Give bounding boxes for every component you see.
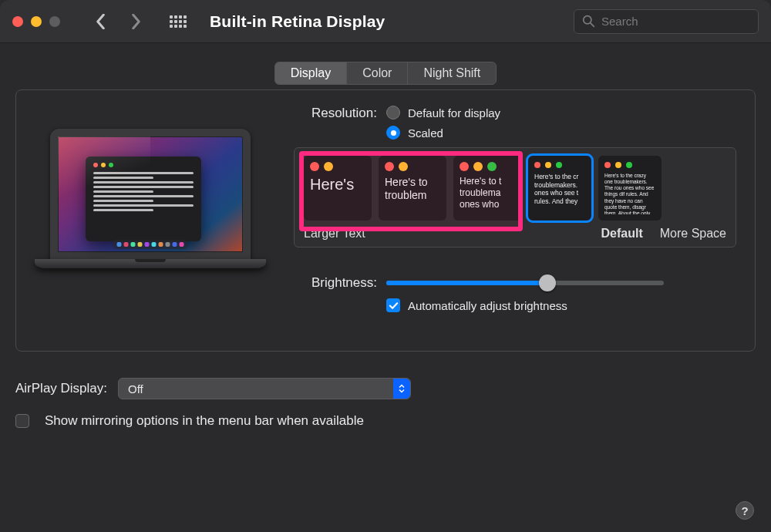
airplay-select[interactable]: Off bbox=[118, 378, 411, 399]
brightness-label: Brightness: bbox=[294, 275, 386, 291]
back-button[interactable] bbox=[89, 11, 111, 32]
titlebar: Built-in Retina Display bbox=[0, 0, 771, 43]
caption-default: Default bbox=[601, 227, 643, 241]
search-input[interactable] bbox=[601, 15, 750, 28]
resolution-label: Resolution: bbox=[294, 106, 386, 121]
auto-brightness-label: Automatically adjust brightness bbox=[408, 299, 567, 312]
thumb-text: Here's to the crazy one troublemakers. T… bbox=[604, 173, 655, 214]
tab-night-shift[interactable]: Night Shift bbox=[408, 62, 496, 84]
search-icon bbox=[582, 15, 595, 28]
resolution-picker: Here's Here's to troublem Here's to t tr… bbox=[294, 147, 736, 247]
tab-bar: Display Color Night Shift bbox=[15, 62, 756, 85]
display-settings: Resolution: Default for display Scaled bbox=[294, 106, 736, 320]
caption-larger-text: Larger Text bbox=[304, 227, 365, 241]
close-window-button[interactable] bbox=[12, 16, 23, 27]
radio-default-label: Default for display bbox=[408, 106, 500, 120]
show-all-icon[interactable] bbox=[170, 15, 187, 28]
mirroring-checkbox[interactable] bbox=[15, 414, 29, 428]
resolution-option-1[interactable]: Here's bbox=[304, 156, 372, 221]
svg-line-1 bbox=[591, 23, 594, 26]
svg-point-0 bbox=[584, 16, 591, 24]
thumb-text: Here's bbox=[310, 176, 365, 194]
auto-brightness-checkbox[interactable] bbox=[386, 298, 400, 312]
resolution-option-5[interactable]: Here's to the crazy one troublemakers. T… bbox=[598, 156, 662, 221]
select-stepper-icon bbox=[393, 379, 410, 399]
minimize-window-button[interactable] bbox=[31, 16, 42, 27]
search-field[interactable] bbox=[574, 9, 759, 34]
caption-more-space: More Space bbox=[660, 227, 726, 241]
help-button[interactable]: ? bbox=[736, 501, 754, 520]
content: Display Color Night Shift bbox=[0, 43, 771, 532]
brightness-knob[interactable] bbox=[539, 274, 556, 291]
forward-button[interactable] bbox=[125, 11, 146, 32]
resolution-option-3[interactable]: Here's to t troublema ones who bbox=[453, 156, 521, 221]
zoom-window-button[interactable] bbox=[49, 16, 60, 27]
thumb-text: Here's to troublem bbox=[385, 176, 440, 202]
bottom-controls: AirPlay Display: Off Show mirroring opti… bbox=[15, 378, 756, 429]
thumb-text: Here's to t troublema ones who bbox=[460, 176, 515, 210]
thumb-text: Here's to the cr troublemakers. ones who… bbox=[534, 173, 585, 206]
brightness-slider[interactable] bbox=[386, 281, 664, 285]
tab-display[interactable]: Display bbox=[275, 62, 347, 84]
radio-scaled[interactable] bbox=[386, 126, 400, 140]
airplay-label: AirPlay Display: bbox=[15, 381, 107, 396]
tab-color[interactable]: Color bbox=[347, 62, 408, 84]
mirroring-label: Show mirroring options in the menu bar w… bbox=[45, 413, 364, 429]
resolution-option-4-selected[interactable]: Here's to the cr troublemakers. ones who… bbox=[528, 156, 591, 221]
display-panel: Resolution: Default for display Scaled bbox=[15, 89, 756, 352]
radio-default-for-display[interactable] bbox=[386, 106, 400, 120]
airplay-value: Off bbox=[128, 382, 143, 396]
window-title: Built-in Retina Display bbox=[210, 12, 385, 31]
resolution-option-2[interactable]: Here's to troublem bbox=[379, 156, 446, 221]
display-preview bbox=[35, 129, 266, 291]
window-controls bbox=[12, 16, 60, 27]
radio-scaled-label: Scaled bbox=[408, 126, 443, 140]
